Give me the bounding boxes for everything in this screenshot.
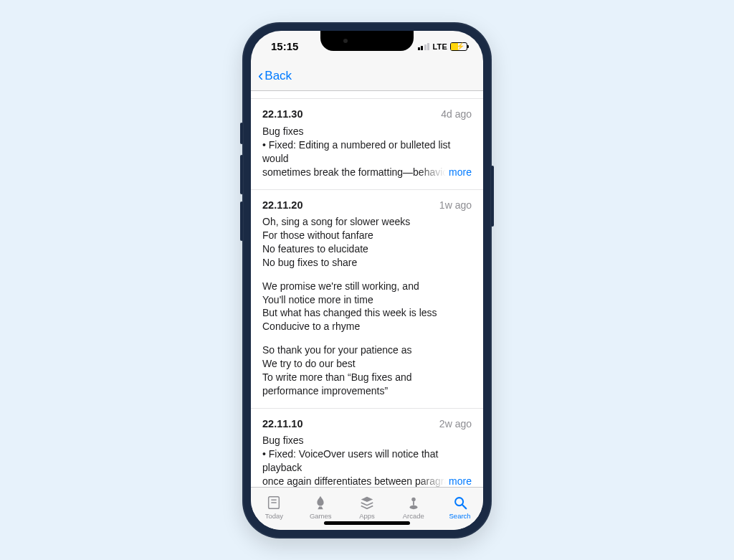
battery-icon: ⚡ [450, 42, 467, 51]
svg-line-6 [462, 505, 466, 508]
svg-point-3 [411, 498, 416, 502]
today-icon [265, 494, 282, 511]
release-notes: Bug fixes• Fixed: Editing a numbered or … [262, 125, 472, 179]
release-notes: Oh, sing a song for slower weeksFor thos… [262, 215, 472, 398]
version-number: 22.11.10 [262, 417, 302, 432]
version-number: 22.11.30 [262, 108, 302, 122]
search-icon [452, 494, 469, 511]
side-button [240, 155, 243, 194]
version-history-list[interactable]: too difficult to explain. We'll return y… [251, 91, 483, 487]
phone-frame: 15:15 LTE ⚡ ‹ Back too difficult to expl… [242, 22, 492, 538]
version-entry: 22.11.304d agoBug fixes• Fixed: Editing … [251, 99, 483, 189]
version-entry: 22.11.102w agoBug fixes• Fixed: VoiceOve… [251, 409, 483, 487]
tab-label: Today [265, 512, 283, 520]
time-ago: 1w ago [439, 199, 472, 212]
tab-label: Search [449, 512, 471, 520]
time-ago: 4d ago [441, 108, 472, 121]
screen: 15:15 LTE ⚡ ‹ Back too difficult to expl… [251, 31, 483, 530]
apps-icon [358, 494, 376, 511]
version-number: 22.11.20 [262, 199, 302, 213]
side-button [491, 166, 494, 227]
release-notes: Bug fixes• Fixed: VoiceOver users will n… [262, 434, 472, 486]
tab-search[interactable]: Search [437, 488, 483, 527]
tab-today[interactable]: Today [251, 488, 297, 527]
more-button[interactable]: more [446, 166, 472, 179]
network-label: LTE [432, 42, 447, 51]
arcade-icon [405, 494, 422, 511]
side-button [240, 201, 243, 241]
games-icon [312, 494, 329, 511]
tab-label: Arcade [403, 512, 424, 520]
status-time: 15:15 [271, 40, 298, 52]
svg-rect-4 [413, 501, 414, 506]
back-label: Back [264, 69, 292, 83]
signal-icon [418, 42, 430, 50]
home-indicator[interactable] [324, 521, 410, 525]
side-button [240, 123, 243, 144]
more-button[interactable]: more [446, 475, 472, 487]
chevron-left-icon: ‹ [258, 68, 263, 84]
tab-label: Apps [359, 512, 375, 520]
back-button[interactable]: ‹ Back [258, 68, 292, 84]
time-ago: 2w ago [439, 417, 472, 431]
version-entry: 22.11.201w agoOh, sing a song for slower… [251, 190, 483, 409]
tab-label: Games [310, 512, 332, 520]
nav-header: ‹ Back [251, 62, 483, 91]
notch [320, 31, 414, 51]
version-entry: too difficult to explain. We'll return y… [251, 91, 483, 100]
